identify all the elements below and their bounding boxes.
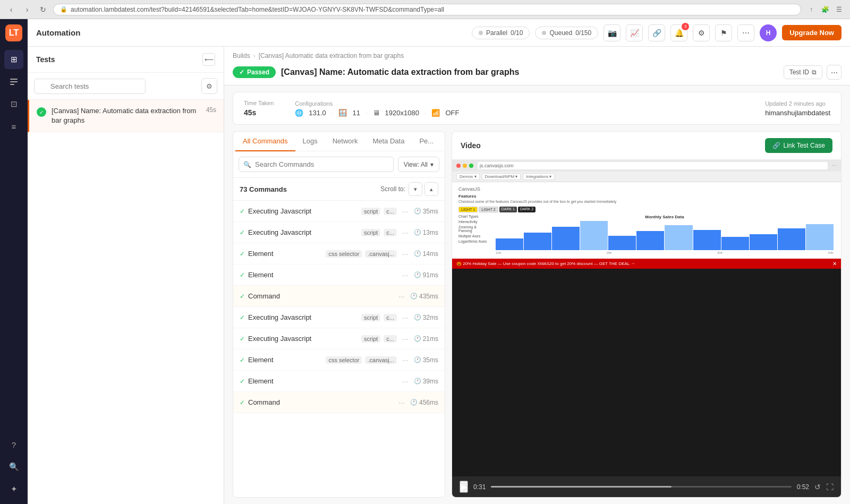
svg-rect-1 [10,81,18,82]
back-button[interactable]: ‹ [5,4,17,15]
user-name: himanshujlambdatest [765,109,830,117]
command-row[interactable]: ✓ Executing Javascript scriptc... ··· 🕐 … [233,328,445,349]
command-check-icon: ✓ [240,271,245,279]
command-time: 🕐 91ms [414,271,438,279]
chart-button[interactable]: 📈 [626,24,643,41]
scroll-up-button[interactable]: ▴ [424,182,438,196]
search-tests-input[interactable] [34,79,146,94]
command-check-icon: ✓ [240,335,245,343]
command-row[interactable]: ✓ Executing Javascript scriptc... ··· 🕐 … [233,201,445,222]
notification-badge: 3 [682,23,689,30]
refresh-button[interactable]: ↻ [37,4,49,15]
info-bar: Time Taken 45s Configurations 🌐 131.0 · … [233,92,842,125]
command-time: 🕐 32ms [414,314,438,321]
star-icon-sidebar[interactable]: ✦ [4,480,23,499]
help-icon[interactable]: ? [4,435,23,454]
command-more-button[interactable]: ··· [400,313,411,322]
test-list-item[interactable]: ✓ [Canvas] Name: Automatic data extracti… [28,100,224,132]
test-id-button[interactable]: Test ID ⧉ [784,65,822,79]
fullscreen-button[interactable]: ⛶ [826,483,834,491]
menu-button[interactable]: ☰ [833,4,845,15]
command-tag: c... [384,335,397,343]
command-row[interactable]: ✓ Executing Javascript scriptc... ··· 🕐 … [233,307,445,328]
settings-button[interactable]: ⚙ [693,24,710,41]
link-test-label: Link Test Case [784,142,826,149]
video-progress-bar[interactable] [491,486,791,488]
app-logo: LT [5,24,22,41]
command-time: 🕐 35ms [414,356,438,364]
command-check-icon: ✓ [240,314,245,321]
url-text: automation.lambdatest.com/test?build=421… [71,6,794,13]
user-avatar[interactable]: H [760,24,777,41]
configurations-label: Configurations [295,100,459,107]
filter-button[interactable]: ⚙ [201,78,217,94]
view-all-button[interactable]: View: All ▾ [398,157,439,172]
sidebar-item-layout[interactable]: ⊡ [4,95,23,114]
command-row[interactable]: ✓ Command ··· 🕐 456ms [233,392,445,413]
search-icon-sidebar[interactable]: 🔍 [4,457,23,476]
flag-button[interactable]: ⚑ [715,24,732,41]
command-time: 🕐 435ms [410,293,438,300]
tests-title: Tests [36,55,55,64]
command-row[interactable]: ✓ Element ··· 🕐 91ms [233,264,445,286]
more-nav-button[interactable]: ⋯ [737,24,754,41]
command-more-button[interactable]: ··· [400,377,411,386]
test-item-time: 45s [206,106,216,114]
more-options-button[interactable]: ⋯ [827,65,842,80]
address-bar[interactable]: 🔒 automation.lambdatest.com/test?build=4… [53,4,801,15]
tab-pe...[interactable]: Pe... [412,132,441,151]
command-more-button[interactable]: ··· [400,250,411,258]
notification-button[interactable]: 🔔 3 [670,24,687,41]
command-more-button[interactable]: ··· [400,271,411,279]
commands-search-icon: 🔍 [243,161,251,168]
commands-panel: All CommandsLogsNetworkMeta DataPe... 🔍 … [233,131,445,498]
clock-icon: 🕐 [410,399,418,406]
command-check-icon: ✓ [240,378,245,385]
command-more-button[interactable]: ··· [396,398,407,407]
sidebar-item-list[interactable]: ≡ [4,117,23,136]
command-row[interactable]: ✓ Element css selector.canvasj... ··· 🕐 … [233,243,445,264]
command-more-button[interactable]: ··· [396,292,407,301]
link-button[interactable]: 🔗 [648,24,665,41]
command-more-button[interactable]: ··· [400,228,411,237]
command-more-button[interactable]: ··· [400,207,411,216]
breadcrumb-builds[interactable]: Builds [233,52,250,59]
play-button[interactable]: ▶ [460,481,468,493]
browser-icon: 🌐 [295,109,303,117]
tab-all-commands[interactable]: All Commands [235,132,295,151]
collapse-panel-button[interactable]: ⟵ [202,53,215,66]
share-button[interactable]: ↑ [805,4,817,15]
camera-button[interactable]: 📷 [604,24,620,41]
command-name: Executing Javascript [248,313,358,321]
command-name: Command [248,398,393,406]
forward-button[interactable]: › [21,4,33,15]
parallel-value: 0/10 [511,29,523,37]
sidebar-item-automation[interactable]: ⊞ [4,50,23,69]
command-row[interactable]: ✓ Executing Javascript scriptc... ··· 🕐 … [233,222,445,243]
command-name: Element [248,356,322,364]
time-taken-value: 45s [244,108,274,117]
tab-network[interactable]: Network [325,132,366,151]
link-icon: 🔗 [772,142,780,149]
scroll-down-button[interactable]: ▾ [409,182,422,196]
os-icon: 🪟 [338,109,347,117]
rewind-button[interactable]: ↺ [814,483,821,491]
passed-badge: ✓ Passed [233,66,276,78]
command-more-button[interactable]: ··· [400,356,411,364]
link-test-case-button[interactable]: 🔗 Link Test Case [765,138,833,153]
command-row[interactable]: ✓ Element ··· 🕐 39ms [233,371,445,392]
video-player-bar: ▶ 0:31 0:52 ↺ ⛶ [452,476,841,497]
extension-button[interactable]: 🧩 [819,4,831,15]
tab-meta-data[interactable]: Meta Data [365,132,412,151]
queued-indicator: Queued 0/150 [535,27,598,39]
upgrade-button[interactable]: Upgrade Now [782,25,842,40]
commands-search-input[interactable] [239,157,394,172]
sidebar-item-tests[interactable] [4,72,23,91]
parallel-indicator: Parallel 0/10 [472,27,530,39]
command-row[interactable]: ✓ Element css selector.canvasj... ··· 🕐 … [233,349,445,371]
clock-icon: 🕐 [414,356,421,363]
command-row[interactable]: ✓ Command ··· 🕐 435ms [233,286,445,307]
command-more-button[interactable]: ··· [400,335,411,343]
network-off: OFF [445,109,459,117]
tab-logs[interactable]: Logs [295,132,325,151]
